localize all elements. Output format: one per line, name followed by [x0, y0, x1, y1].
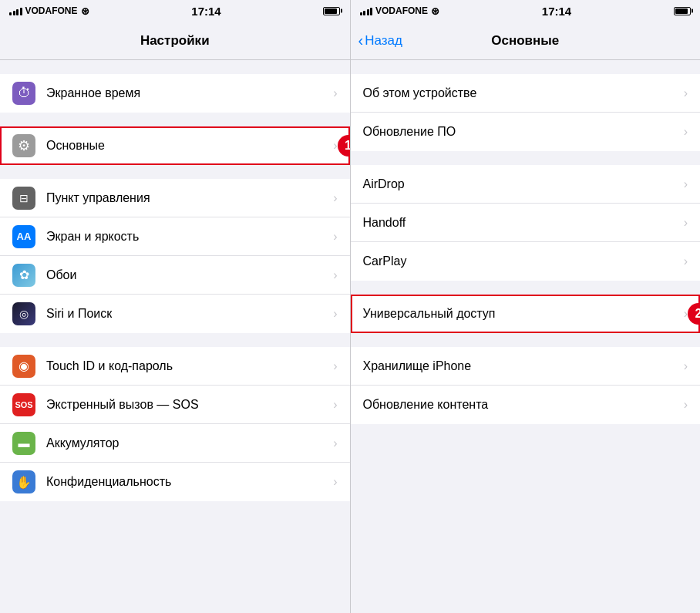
left-status-right	[323, 7, 340, 15]
item-screentime[interactable]: ⏱ Экранное время ›	[0, 74, 350, 113]
item-carplay[interactable]: CarPlay ›	[351, 242, 701, 281]
right-section-1: Об этом устройстве › Обновление ПО ›	[351, 74, 701, 151]
privacy-icon: ✋	[12, 470, 35, 493]
airdrop-label: AirDrop	[363, 177, 684, 191]
item-display[interactable]: AA Экран и яркость ›	[0, 217, 350, 256]
siri-label: Siri и Поиск	[46, 307, 333, 321]
right-battery-icon	[674, 7, 691, 15]
item-storage[interactable]: Хранилище iPhone ›	[351, 347, 701, 386]
chevron-screentime: ›	[333, 86, 337, 100]
left-settings-list: ⏱ Экранное время › ⚙ Основные › 1	[0, 60, 350, 613]
item-bgrefresh[interactable]: Обновление контента ›	[351, 386, 701, 424]
section-gap-2	[0, 113, 350, 126]
item-airdrop[interactable]: AirDrop ›	[351, 165, 701, 204]
about-label: Об этом устройстве	[363, 86, 684, 100]
screentime-icon: ⏱	[12, 82, 35, 105]
item-about[interactable]: Об этом устройстве ›	[351, 74, 701, 113]
item-control[interactable]: ⊟ Пункт управления ›	[0, 179, 350, 217]
right-gap-5	[351, 424, 701, 438]
left-nav-bar: Настройки	[0, 22, 350, 60]
display-icon: AA	[12, 225, 35, 248]
right-time: 17:14	[542, 5, 571, 18]
left-nav-title: Настройки	[140, 33, 210, 49]
item-update[interactable]: Обновление ПО ›	[351, 113, 701, 151]
display-label: Экран и яркость	[46, 230, 333, 244]
section-gap-4	[0, 333, 350, 347]
section-screentime: ⏱ Экранное время ›	[0, 74, 350, 113]
handoff-label: Handoff	[363, 216, 684, 230]
chevron-touchid: ›	[333, 359, 337, 373]
back-button[interactable]: ‹ Назад	[358, 32, 402, 49]
screentime-label: Экранное время	[46, 86, 333, 100]
bgrefresh-label: Обновление контента	[363, 398, 684, 412]
right-gap-4	[351, 333, 701, 347]
right-section-3: Универсальный доступ › 2	[351, 295, 701, 333]
item-sos[interactable]: SOS Экстренный вызов — SOS ›	[0, 386, 350, 424]
back-label: Назад	[365, 33, 402, 49]
chevron-bgrefresh: ›	[684, 398, 688, 412]
item-accessibility[interactable]: Универсальный доступ › 2	[351, 295, 701, 333]
right-gap-2	[351, 151, 701, 165]
storage-label: Хранилище iPhone	[363, 359, 684, 373]
chevron-carplay: ›	[684, 254, 688, 268]
chevron-about: ›	[684, 86, 688, 100]
wifi-icon: ⊛	[81, 5, 89, 17]
item-privacy[interactable]: ✋ Конфиденциальность ›	[0, 463, 350, 501]
accessibility-badge: 2	[688, 303, 700, 325]
right-nav-title: Основные	[491, 33, 559, 49]
item-touchid[interactable]: ◉ Touch ID и код-пароль ›	[0, 347, 350, 386]
chevron-display: ›	[333, 230, 337, 244]
right-status-left: VODAFONE ⊛	[360, 5, 440, 17]
sos-label: Экстренный вызов — SOS	[46, 398, 333, 412]
left-status-left: VODAFONE ⊛	[9, 5, 89, 17]
chevron-storage: ›	[684, 359, 688, 373]
update-label: Обновление ПО	[363, 125, 684, 139]
right-gap-3	[351, 281, 701, 295]
item-wallpaper[interactable]: ✿ Обои ›	[0, 256, 350, 295]
right-nav-bar: ‹ Назад Основные	[351, 22, 701, 60]
chevron-airdrop: ›	[684, 177, 688, 191]
chevron-privacy: ›	[333, 475, 337, 489]
item-handoff[interactable]: Handoff ›	[351, 204, 701, 242]
section-display-group: ⊟ Пункт управления › AA Экран и яркость …	[0, 179, 350, 333]
chevron-battery: ›	[333, 436, 337, 450]
battery-label: Аккумулятор	[46, 436, 333, 450]
general-badge: 1	[338, 135, 350, 157]
general-icon: ⚙	[12, 134, 35, 157]
carrier-label: VODAFONE	[25, 5, 78, 16]
control-icon: ⊟	[12, 187, 35, 210]
privacy-label: Конфиденциальность	[46, 475, 333, 489]
section-gap-3	[0, 165, 350, 179]
chevron-wallpaper: ›	[333, 268, 337, 282]
back-arrow-icon: ‹	[358, 32, 364, 49]
left-time: 17:14	[191, 5, 220, 18]
right-settings-list: Об этом устройстве › Обновление ПО › Air…	[351, 60, 701, 613]
signal-icon	[9, 6, 22, 15]
battery-icon	[323, 7, 340, 15]
item-general[interactable]: ⚙ Основные › 1	[0, 126, 350, 165]
wallpaper-label: Обои	[46, 268, 333, 282]
chevron-update: ›	[684, 125, 688, 139]
section-gap-5	[0, 501, 350, 515]
carplay-label: CarPlay	[363, 254, 684, 268]
general-label: Основные	[46, 139, 333, 153]
control-label: Пункт управления	[46, 191, 333, 205]
siri-icon: ◎	[12, 302, 35, 325]
accessibility-label: Универсальный доступ	[363, 307, 684, 321]
section-general: ⚙ Основные › 1	[0, 126, 350, 165]
touchid-icon: ◉	[12, 355, 35, 378]
right-gap-1	[351, 60, 701, 74]
right-panel: VODAFONE ⊛ 17:14 ‹ Назад Основные Об это…	[351, 0, 701, 613]
section-security-group: ◉ Touch ID и код-пароль › SOS Экстренный…	[0, 347, 350, 501]
wallpaper-icon: ✿	[12, 264, 35, 287]
chevron-siri: ›	[333, 307, 337, 321]
item-siri[interactable]: ◎ Siri и Поиск ›	[0, 295, 350, 333]
right-section-2: AirDrop › Handoff › CarPlay ›	[351, 165, 701, 281]
item-battery[interactable]: ▬ Аккумулятор ›	[0, 424, 350, 463]
right-status-bar: VODAFONE ⊛ 17:14	[351, 0, 701, 22]
battery-item-icon: ▬	[12, 432, 35, 455]
sos-icon: SOS	[12, 393, 35, 416]
section-gap-1	[0, 60, 350, 74]
left-status-bar: VODAFONE ⊛ 17:14	[0, 0, 350, 22]
right-wifi-icon: ⊛	[431, 5, 439, 17]
